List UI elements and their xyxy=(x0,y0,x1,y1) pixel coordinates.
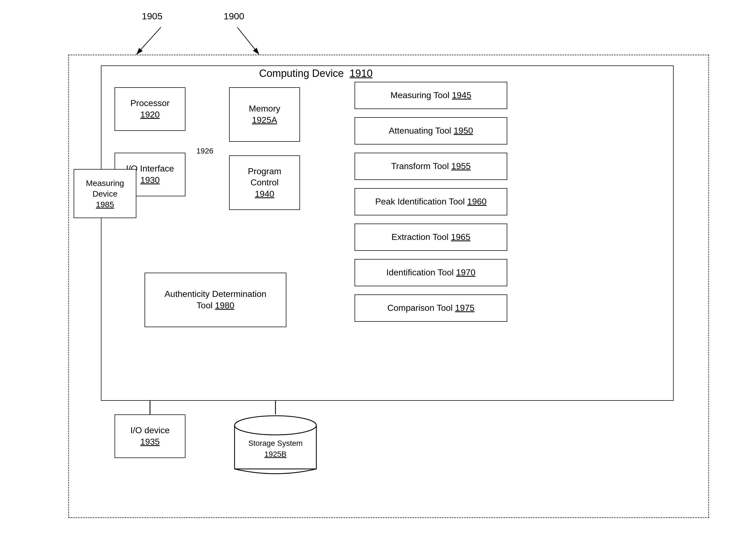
diagram: 1905 1900 xyxy=(0,0,741,560)
ref-label-1926: 1926 xyxy=(196,147,213,155)
svg-line-3 xyxy=(237,27,259,55)
peak-id-tool-box: Peak Identification Tool 1960 xyxy=(354,188,507,215)
extraction-tool-box: Extraction Tool 1965 xyxy=(354,223,507,251)
program-control-box: Program Control 1940 xyxy=(229,155,300,210)
processor-box: Processor 1920 xyxy=(115,87,186,131)
ref-label-1905: 1905 xyxy=(142,11,162,21)
svg-line-2 xyxy=(136,27,161,55)
svg-text:1925B: 1925B xyxy=(265,450,287,458)
transform-tool-box: Transform Tool 1955 xyxy=(354,153,507,180)
ref-label-1900: 1900 xyxy=(224,11,244,21)
attenuating-tool-box: Attenuating Tool 1950 xyxy=(354,117,507,144)
identification-tool-box: Identification Tool 1970 xyxy=(354,259,507,286)
io-device-box: I/O device 1935 xyxy=(115,414,186,458)
memory-box: Memory 1925A xyxy=(229,87,300,142)
measuring-device-box: Measuring Device 1985 xyxy=(74,169,136,218)
storage-system: Storage System 1925B xyxy=(229,414,322,477)
comparison-tool-box: Comparison Tool 1975 xyxy=(354,294,507,322)
auth-determination-tool-box: Authenticity Determination Tool 1980 xyxy=(144,273,286,327)
svg-text:Storage System: Storage System xyxy=(248,439,302,447)
svg-point-39 xyxy=(234,416,316,435)
computing-device-label: Computing Device 1910 xyxy=(259,68,373,79)
measuring-tool-box: Measuring Tool 1945 xyxy=(354,82,507,109)
